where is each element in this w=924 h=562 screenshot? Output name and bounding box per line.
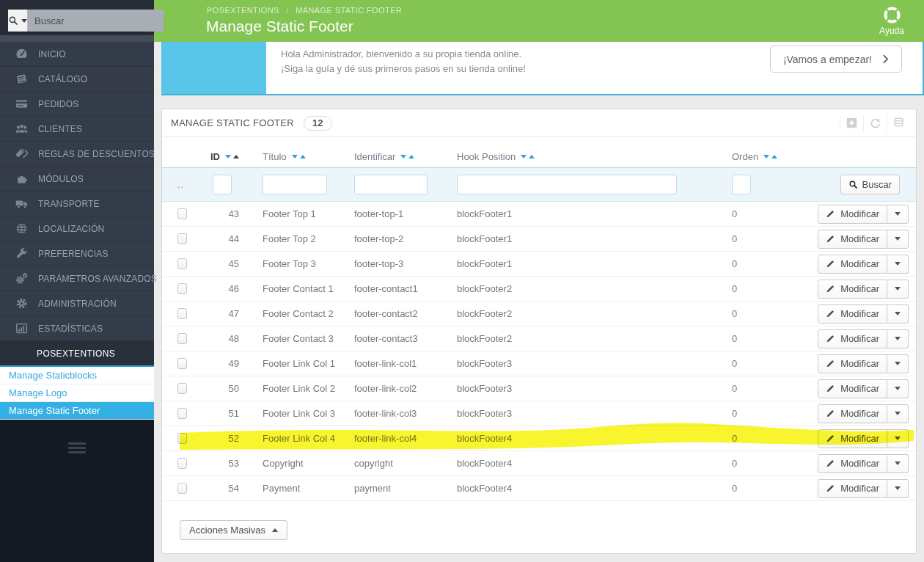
sort-desc-icon[interactable]: [521, 155, 527, 158]
modify-button[interactable]: Modificar: [818, 429, 887, 448]
sidebar-item[interactable]: PREFERENCIAS: [0, 241, 154, 266]
sidebar-item[interactable]: PARÁMETROS AVANZADOS: [0, 266, 154, 291]
filter-orden-input[interactable]: [732, 175, 751, 194]
filter-identificar-input[interactable]: [354, 175, 428, 194]
column-header-hook-position[interactable]: Hook Position: [444, 146, 690, 167]
export-sql-button[interactable]: [887, 115, 910, 131]
sidebar-subitem[interactable]: Manage Logo: [0, 384, 154, 402]
pencil-icon: [826, 234, 835, 244]
sidebar-subitem[interactable]: Manage Staticblocks: [0, 367, 154, 384]
search-input[interactable]: [28, 10, 164, 32]
column-header-identificar[interactable]: Identificar: [338, 146, 444, 167]
filter-search-button[interactable]: Buscar: [840, 175, 900, 194]
filter-hook-input[interactable]: [457, 175, 677, 194]
modify-button[interactable]: Modificar: [818, 454, 887, 473]
cell-titulo: Footer Top 2: [243, 227, 338, 251]
sidebar-item[interactable]: PEDIDOS: [0, 92, 154, 117]
column-header-id[interactable]: ID: [191, 146, 243, 167]
sort-asc-icon[interactable]: [771, 155, 777, 158]
add-button[interactable]: [840, 115, 863, 131]
page-title: Manage Static Footer: [206, 18, 353, 35]
modify-button[interactable]: Modificar: [818, 354, 887, 373]
row-checkbox[interactable]: [177, 258, 187, 269]
column-header-titulo[interactable]: Título: [243, 146, 338, 167]
row-checkbox[interactable]: [177, 458, 187, 469]
sidebar-subitem[interactable]: Manage Static Footer: [0, 402, 154, 420]
row-checkbox[interactable]: [177, 233, 187, 244]
bulk-actions-label: Acciones Masivas: [189, 525, 265, 536]
table-row: 47 Footer Contact 2 footer-contact2 bloc…: [162, 302, 916, 326]
modify-button[interactable]: Modificar: [818, 230, 887, 249]
row-dropdown-button[interactable]: [887, 230, 909, 249]
sidebar-item-icon: [15, 296, 29, 310]
modify-button[interactable]: Modificar: [818, 379, 887, 398]
pencil-icon: [826, 209, 835, 219]
row-checkbox[interactable]: [177, 383, 187, 394]
modify-button[interactable]: Modificar: [818, 479, 887, 498]
sort-desc-icon[interactable]: [225, 155, 231, 158]
search-scope-dropdown[interactable]: [8, 10, 28, 32]
row-dropdown-button[interactable]: [887, 404, 909, 423]
sidebar-item-icon: [15, 47, 29, 61]
sidebar-item[interactable]: MÓDULOS: [0, 167, 154, 191]
sidebar-item[interactable]: CLIENTES: [0, 117, 154, 142]
modify-button[interactable]: Modificar: [818, 205, 887, 224]
pencil-icon: [826, 384, 835, 393]
row-checkbox[interactable]: [177, 433, 187, 444]
sidebar-item[interactable]: LOCALIZACIÓN: [0, 216, 154, 241]
sort-desc-icon[interactable]: [763, 155, 769, 158]
content-area: Hola Administrador, bienvenido a su prop…: [154, 42, 924, 562]
sidebar-item[interactable]: ESTADÍSTICAS: [0, 316, 154, 341]
sort-asc-icon[interactable]: [300, 155, 306, 158]
sidebar-item[interactable]: INICIO: [0, 42, 154, 67]
column-header-orden[interactable]: Orden: [690, 146, 811, 167]
row-dropdown-button[interactable]: [887, 429, 909, 448]
row-dropdown-button[interactable]: [887, 379, 909, 398]
collapse-menu-icon[interactable]: [68, 442, 86, 453]
help-button[interactable]: Ayuda: [868, 4, 915, 36]
sort-desc-icon[interactable]: [400, 155, 406, 158]
row-checkbox[interactable]: [177, 283, 187, 294]
row-checkbox[interactable]: [177, 408, 187, 419]
modify-button[interactable]: Modificar: [818, 404, 887, 423]
sort-asc-icon[interactable]: [529, 155, 535, 158]
sidebar-item[interactable]: TRANSPORTE: [0, 191, 154, 216]
sidebar-item-posextentions[interactable]: POSEXTENTIONS: [0, 341, 154, 367]
lets-start-button[interactable]: ¡Vamos a empezar!: [770, 45, 902, 73]
breadcrumb-parent[interactable]: POSEXTENTIONS: [207, 6, 279, 15]
row-checkbox[interactable]: [177, 483, 187, 494]
row-checkbox[interactable]: [177, 358, 187, 369]
sidebar-item[interactable]: REGLAS DE DESCUENTOS: [0, 142, 154, 167]
row-dropdown-button[interactable]: [887, 454, 909, 473]
filter-titulo-input[interactable]: [263, 175, 327, 194]
filter-id-input[interactable]: [213, 175, 232, 194]
row-action-group: Modificar: [818, 404, 909, 423]
row-dropdown-button[interactable]: [887, 255, 909, 274]
modify-button[interactable]: Modificar: [818, 280, 887, 299]
row-dropdown-button[interactable]: [887, 329, 909, 348]
row-checkbox[interactable]: [177, 208, 187, 219]
sort-asc-icon[interactable]: [408, 155, 414, 158]
bulk-actions-button[interactable]: Acciones Masivas: [180, 520, 287, 540]
refresh-button[interactable]: [863, 115, 887, 131]
sidebar-item[interactable]: CATÁLOGO: [0, 67, 154, 92]
modify-button[interactable]: Modificar: [818, 329, 887, 348]
modify-button[interactable]: Modificar: [818, 255, 887, 274]
modify-button[interactable]: Modificar: [818, 304, 887, 324]
row-dropdown-button[interactable]: [887, 304, 909, 324]
row-dropdown-button[interactable]: [887, 354, 909, 373]
sort-asc-icon[interactable]: [233, 155, 239, 158]
cell-id: 52: [191, 426, 243, 450]
caret-down-icon: [895, 387, 901, 390]
modify-label: Modificar: [840, 233, 879, 244]
row-dropdown-button[interactable]: [887, 280, 909, 299]
row-checkbox[interactable]: [177, 333, 187, 344]
onboarding-text: Hola Administrador, bienvenido a su prop…: [281, 47, 526, 76]
row-checkbox[interactable]: [177, 308, 187, 319]
row-dropdown-button[interactable]: [887, 479, 909, 498]
sort-desc-icon[interactable]: [292, 155, 298, 158]
cell-id: 53: [191, 451, 243, 475]
row-dropdown-button[interactable]: [887, 205, 909, 224]
table-row: 46 Footer Contact 1 footer-contact1 bloc…: [162, 277, 916, 302]
sidebar-item[interactable]: ADMINISTRACIÓN: [0, 291, 154, 316]
